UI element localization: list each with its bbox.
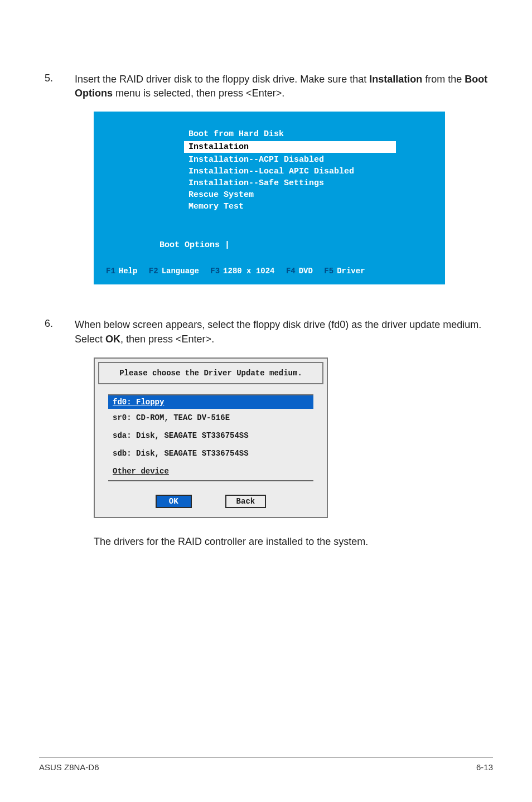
fkey-label: F3 bbox=[210, 267, 220, 276]
list-item[interactable]: sr0: CD-ROM, TEAC DV-516E bbox=[108, 409, 313, 427]
list-item[interactable]: Other device bbox=[108, 462, 313, 480]
fkey-label: F2 bbox=[149, 267, 158, 276]
bold-ok: OK bbox=[105, 334, 120, 345]
boot-item[interactable]: Rescue System bbox=[184, 189, 433, 201]
dialog-title: Please choose the Driver Update medium. bbox=[98, 362, 323, 384]
fkey-label: F5 bbox=[324, 267, 333, 276]
footer-left: ASUS Z8NA-D6 bbox=[39, 762, 99, 772]
boot-item[interactable]: Installation--Safe Settings bbox=[184, 177, 433, 189]
fkey-text: 1280 x 1024 bbox=[223, 267, 274, 276]
list-item-selected[interactable]: fd0: Floppy bbox=[108, 394, 313, 409]
page-footer: ASUS Z8NA-D6 6-13 bbox=[39, 757, 493, 772]
boot-screen: Boot from Hard Disk Installation Install… bbox=[94, 112, 445, 284]
step-text: Insert the RAID driver disk to the flopp… bbox=[75, 73, 493, 100]
boot-item[interactable]: Installation--ACPI Disabled bbox=[184, 154, 433, 166]
fkey-label: F1 bbox=[106, 267, 115, 276]
text-frag: from the bbox=[422, 74, 465, 85]
boot-item[interactable]: Memory Test bbox=[184, 201, 433, 212]
back-button[interactable]: Back bbox=[225, 495, 267, 508]
boot-item[interactable]: Boot from Hard Disk bbox=[184, 128, 433, 140]
list-item[interactable]: sdb: Disk, SEAGATE ST336754SS bbox=[108, 445, 313, 462]
driver-dialog: Please choose the Driver Update medium. … bbox=[94, 357, 328, 518]
fkey-label: F4 bbox=[286, 267, 296, 276]
boot-item[interactable]: Installation--Local APIC Disabled bbox=[184, 166, 433, 177]
bold-installation: Installation bbox=[369, 74, 422, 85]
boot-footer: F1 Help F2 Language F3 1280 x 1024 F4 DV… bbox=[106, 267, 433, 276]
list-item[interactable]: sda: Disk, SEAGATE ST336754SS bbox=[108, 427, 313, 445]
fkey-text: Help bbox=[119, 267, 138, 276]
boot-menu: Boot from Hard Disk Installation Install… bbox=[184, 128, 433, 212]
fkey-text: Driver bbox=[337, 267, 365, 276]
step-5: 5. Insert the RAID driver disk to the fl… bbox=[39, 73, 493, 100]
step-number: 5. bbox=[39, 73, 56, 100]
step-text: When below screen appears, select the fl… bbox=[75, 318, 493, 346]
ok-button[interactable]: OK bbox=[156, 495, 192, 508]
fkey-text: Language bbox=[162, 267, 199, 276]
boot-item-selected[interactable]: Installation bbox=[184, 141, 396, 153]
final-paragraph: The drivers for the RAID controller are … bbox=[94, 535, 493, 549]
text-frag: Insert the RAID driver disk to the flopp… bbox=[75, 74, 369, 85]
fkey-text: DVD bbox=[299, 267, 313, 276]
dialog-list: fd0: Floppy sr0: CD-ROM, TEAC DV-516E sd… bbox=[108, 394, 313, 481]
boot-options-label: Boot Options | bbox=[159, 240, 433, 250]
text-frag: , then press <Enter>. bbox=[120, 334, 214, 345]
step-6: 6. When below screen appears, select the… bbox=[39, 318, 493, 346]
step-number: 6. bbox=[39, 318, 56, 346]
footer-right: 6-13 bbox=[476, 762, 493, 772]
text-frag: menu is selected, then press <Enter>. bbox=[113, 88, 284, 99]
